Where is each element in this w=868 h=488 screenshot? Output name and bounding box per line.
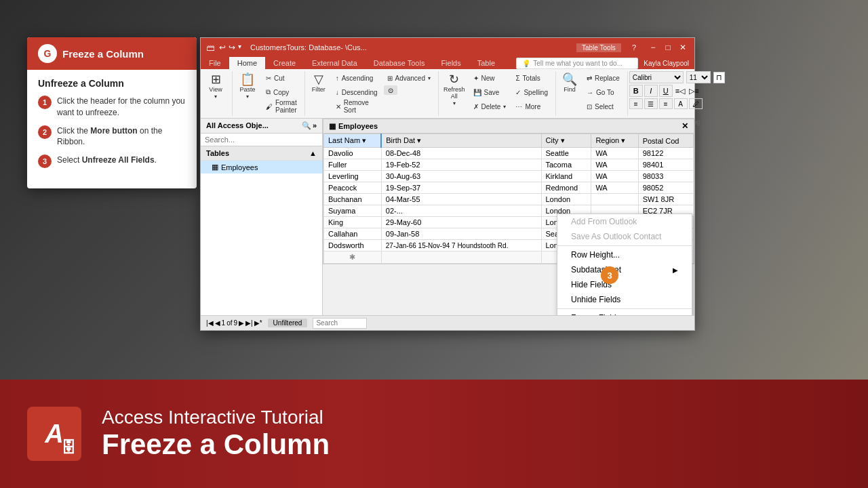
filter-button[interactable]: ▽ Filter [307,71,331,95]
search-input[interactable] [313,318,367,329]
nav-search-btn[interactable]: 🔍 [302,121,311,130]
cut-button[interactable]: ✂ Cut [262,71,300,85]
record-nav[interactable]: |◀ ◀ 1 of 9 ▶ ▶| ▶* [206,319,262,327]
table-row[interactable]: Peacock 19-Sep-37 Redmond WA 98052 [324,182,694,194]
select-button[interactable]: ⊡ Select [583,100,623,113]
col-last-name[interactable]: Last Nam ▾ [324,134,382,148]
tab-database-tools[interactable]: Database Tools [366,57,433,69]
undo-btn[interactable]: ↩ [219,43,226,52]
tab-external-data[interactable]: External Data [304,57,366,69]
cell-postal: 98401 [638,159,693,171]
table-close-btn[interactable]: ✕ [682,121,688,131]
right-indent-btn[interactable]: ▷≡ [688,86,700,96]
spelling-button[interactable]: ✓ Spelling [512,85,551,99]
nav-chevron-btn[interactable]: » [313,121,317,130]
font-select[interactable]: Calibri [629,71,684,83]
tell-me-bar[interactable]: 💡 Tell me what you want to do... [516,58,638,69]
status-bar: |◀ ◀ 1 of 9 ▶ ▶| ▶* Unfiltered [201,315,694,330]
tab-file[interactable]: File [201,57,229,69]
copy-button[interactable]: ⧉ Copy [262,85,300,99]
cell-city: Tacoma [541,159,591,171]
advanced-button[interactable]: ⊞ Advanced ▾ [384,71,434,85]
titlebar-controls: − □ ✕ [647,42,689,53]
tab-create[interactable]: Create [265,57,304,69]
delete-record-button[interactable]: ✗ Delete ▾ [470,100,510,113]
table-title: Employees [338,122,378,130]
save-record-button[interactable]: 💾 Save [470,85,510,99]
text-formatting-controls: Calibri 11 ⊓ B I U ≡◁ ▷≡ [629,71,725,109]
font-color-btn[interactable]: A [674,98,688,109]
table-row[interactable]: Buchanan 04-Mar-55 London SW1 8JR [324,194,694,205]
filter-status: Unfiltered [268,319,308,327]
col-city[interactable]: City ▾ [541,134,591,148]
ctx-subdatasheet[interactable]: Subdatasheet ▶ [557,262,692,277]
font-size-select[interactable]: 11 [686,71,711,83]
nav-header-controls: 🔍 » [302,121,317,130]
tab-table[interactable]: Table [469,57,503,69]
ctx-add-from-outlook[interactable]: Add From Outlook [557,214,692,229]
descending-button[interactable]: ↓ Descending [332,85,381,99]
step-3: 3 Select Unfreeze All Fields. [38,155,186,168]
bold-button[interactable]: B [629,85,643,97]
goto-button[interactable]: → Go To [583,85,623,99]
ctx-save-as-outlook[interactable]: Save As Outlook Contact [557,229,692,244]
table-row[interactable]: Leverling 30-Aug-63 Kirkland WA 98033 [324,171,694,182]
col-postal[interactable]: Postal Cod [638,134,693,148]
nav-collapse-icon[interactable]: ▲ [309,149,317,157]
col-region[interactable]: Region ▾ [591,134,638,148]
format-painter-button[interactable]: 🖌 Format Painter [262,100,300,113]
paste-button[interactable]: 📋 Paste ▾ [234,71,261,102]
replace-button[interactable]: ⇄ Replace [583,71,623,85]
next-btn[interactable]: ▶ [239,319,244,327]
table-row[interactable]: Fuller 19-Feb-52 Tacoma WA 98401 [324,159,694,171]
ascending-button[interactable]: ↑ Ascending [332,71,381,85]
nav-item-employees[interactable]: ▦ Employees [201,161,322,174]
ctx-unhide-fields[interactable]: Unhide Fields [557,292,692,307]
align-left-btn[interactable]: ≡ [629,98,643,109]
align-right-btn[interactable]: ≡ [659,98,673,109]
user-name: Kayla Claypool [644,60,689,67]
underline-button[interactable]: U [659,85,673,97]
ctx-freeze-fields[interactable]: Freeze Fields [557,310,692,315]
align-center-btn[interactable]: ☰ [644,98,658,109]
new-record-button[interactable]: ✦ New [470,71,510,85]
new-record-nav-btn[interactable]: ▶* [254,319,262,327]
last-btn[interactable]: ▶| [245,319,253,327]
refresh-all-button[interactable]: ↻ Refresh All ▾ [440,71,469,108]
delete-dropdown-icon: ▾ [503,104,506,110]
step-1-num: 1 [38,96,52,109]
font-row: Calibri 11 ⊓ [629,71,725,83]
dialog-launcher-text-formatting[interactable]: ⊓ [713,72,725,83]
advanced-dropdown-icon: ▾ [428,75,431,81]
first-btn[interactable]: |◀ [206,319,214,327]
cut-icon: ✂ [266,75,271,82]
ctx-unhide-fields-label: Unhide Fields [571,295,620,304]
redo-btn[interactable]: ↪ [229,43,235,52]
find-button[interactable]: 🔍 Find [557,71,582,95]
totals-button[interactable]: Σ Totals [512,71,551,85]
more-button[interactable]: ⋯ More [512,100,551,113]
italic-button[interactable]: I [644,85,658,97]
ctx-row-height[interactable]: Row Height... [557,247,692,262]
bg-color-btn[interactable]: 🖊 [689,98,703,109]
view-button[interactable]: ⊞ View ▾ [203,71,228,102]
help-btn[interactable]: ? [632,43,636,52]
tab-home[interactable]: Home [229,57,265,69]
filter-toggle-btn[interactable]: ⊙ [384,85,397,95]
table-row[interactable]: Davolio 08-Dec-48 Seattle WA 98122 [324,148,694,159]
ribbon-right: 💡 Tell me what you want to do... Kayla C… [511,57,694,69]
cell-birth-date: 09-Jan-58 [381,228,541,240]
prev-btn[interactable]: ◀ [215,319,220,327]
close-btn[interactable]: ✕ [677,42,689,53]
maximize-btn[interactable]: □ [662,42,674,53]
tab-fields[interactable]: Fields [433,57,469,69]
nav-search-input[interactable] [201,134,322,146]
col-birth-date[interactable]: Birth Dat ▾ [381,134,541,148]
view-icon: ⊞ [211,73,221,85]
minimize-btn[interactable]: − [647,42,659,53]
quick-access-btn[interactable]: ▾ [238,43,241,52]
left-indent-btn[interactable]: ≡◁ [674,86,686,96]
ctx-hide-fields[interactable]: Hide Fields [557,277,692,292]
remove-sort-button[interactable]: ✕ Remove Sort [332,100,381,113]
ctx-save-outlook-label: Save As Outlook Contact [571,232,661,241]
